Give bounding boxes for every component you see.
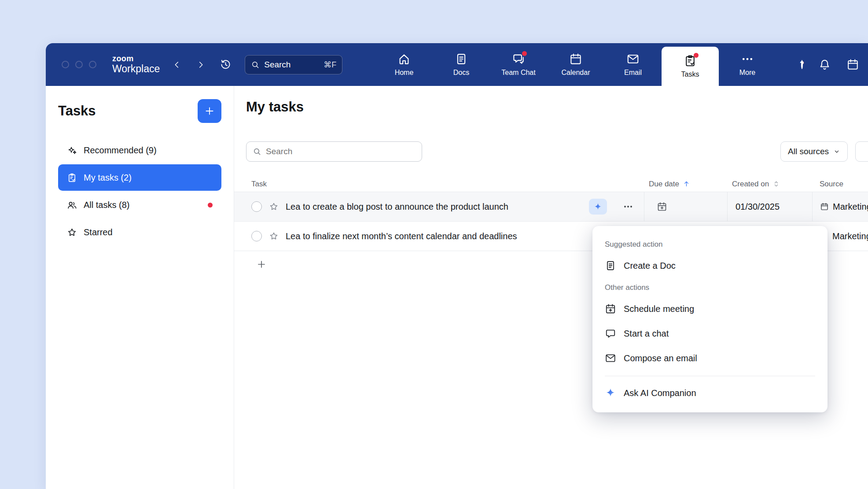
- column-header-source: Source: [812, 180, 868, 189]
- nav-label: Home: [395, 69, 414, 77]
- more-filters-button-partial[interactable]: [855, 141, 868, 162]
- sidebar-title: Tasks: [58, 103, 96, 119]
- primary-navigation: Home Docs Team Chat Calendar: [375, 43, 776, 86]
- menu-item-label: Schedule meeting: [624, 304, 694, 314]
- menu-item-compose-email[interactable]: Compose an email: [605, 346, 815, 370]
- menu-item-label: Start a chat: [624, 329, 669, 339]
- menu-item-label: Ask AI Companion: [624, 388, 696, 398]
- bell-icon: [818, 58, 831, 71]
- global-search-label: Search: [264, 60, 291, 70]
- column-header-label: Created on: [732, 180, 769, 189]
- calendar-panel-button[interactable]: [846, 58, 859, 71]
- history-clock-icon[interactable]: [220, 59, 232, 70]
- sidebar-item-all-tasks[interactable]: All tasks (8): [58, 192, 221, 218]
- menu-item-schedule-meeting[interactable]: Schedule meeting: [605, 296, 815, 321]
- window-minimize-button[interactable]: [75, 61, 83, 68]
- topbar: zoom Workplace Search ⌘F: [46, 43, 868, 86]
- sort-ascending-icon: [683, 180, 690, 188]
- doc-icon: [605, 260, 616, 271]
- sidebar-item-my-tasks[interactable]: My tasks (2): [58, 164, 221, 191]
- column-header-task: Task: [234, 180, 644, 189]
- sources-filter-label: All sources: [788, 147, 829, 156]
- sources-filter-dropdown[interactable]: All sources: [780, 141, 848, 162]
- sidebar-item-label: Recommended (9): [84, 145, 157, 156]
- task-row[interactable]: Lea to create a blog post to announce th…: [234, 192, 868, 222]
- sparkles-icon: [67, 145, 77, 156]
- tasks-badge: [694, 53, 699, 58]
- forward-chevron-icon[interactable]: [196, 60, 206, 70]
- search-icon: [253, 147, 261, 156]
- star-icon[interactable]: [269, 231, 279, 241]
- menu-item-create-doc[interactable]: Create a Doc: [605, 253, 815, 278]
- logo-workplace-text: Workplace: [112, 63, 160, 74]
- team-chat-icon: [512, 52, 525, 66]
- menu-section-suggested: Suggested action: [605, 239, 815, 250]
- nav-item-home[interactable]: Home: [375, 43, 433, 86]
- sidebar-item-recommended[interactable]: Recommended (9): [58, 137, 221, 163]
- topbar-right-actions: [801, 43, 868, 86]
- ai-companion-actions-button[interactable]: [589, 199, 607, 215]
- window-maximize-button[interactable]: [89, 61, 96, 68]
- help-button[interactable]: [801, 61, 803, 69]
- nav-label: More: [739, 69, 755, 77]
- search-icon: [251, 60, 260, 69]
- global-search-button[interactable]: Search ⌘F: [245, 55, 342, 74]
- logo-zoom-text: zoom: [112, 55, 160, 63]
- menu-item-ask-ai-companion[interactable]: Ask AI Companion: [605, 381, 815, 405]
- menu-item-start-chat[interactable]: Start a chat: [605, 321, 815, 346]
- chat-bubble-icon: [605, 328, 616, 339]
- star-icon[interactable]: [269, 202, 279, 211]
- nav-item-more[interactable]: More: [719, 43, 776, 86]
- nav-item-email[interactable]: Email: [604, 43, 662, 86]
- task-complete-checkbox[interactable]: [251, 201, 262, 212]
- task-more-actions-button[interactable]: [623, 201, 633, 212]
- nav-label: Email: [624, 69, 642, 77]
- nav-label: Team Chat: [501, 69, 535, 77]
- sort-both-icon: [772, 180, 780, 188]
- nav-label: Calendar: [562, 69, 590, 77]
- menu-item-label: Create a Doc: [624, 261, 676, 271]
- zoom-workplace-logo: zoom Workplace: [112, 55, 160, 74]
- menu-item-label: Compose an email: [624, 353, 697, 363]
- tasks-sidebar: Tasks Recommended (9) My tasks (2): [46, 86, 234, 489]
- nav-item-team-chat[interactable]: Team Chat: [490, 43, 547, 86]
- search-shortcut-hint: ⌘F: [324, 60, 336, 70]
- history-navigation: [172, 59, 232, 70]
- menu-section-other: Other actions: [605, 282, 815, 293]
- nav-item-tasks[interactable]: Tasks: [662, 47, 719, 86]
- chevron-down-icon: [833, 148, 840, 155]
- window-close-button[interactable]: [62, 61, 69, 68]
- notifications-button[interactable]: [818, 58, 831, 71]
- sidebar-item-starred[interactable]: Starred: [58, 219, 221, 245]
- new-task-button[interactable]: [198, 99, 221, 123]
- calendar-panel-icon: [846, 58, 859, 71]
- nav-item-calendar[interactable]: Calendar: [547, 43, 604, 86]
- plus-icon: [204, 105, 215, 117]
- people-icon: [67, 200, 77, 210]
- home-icon: [397, 52, 411, 66]
- more-ellipsis-icon: [741, 52, 754, 66]
- column-header-created-on[interactable]: Created on: [727, 180, 812, 189]
- window-controls: [62, 61, 96, 68]
- nav-item-docs[interactable]: Docs: [433, 43, 490, 86]
- task-complete-checkbox[interactable]: [251, 231, 262, 241]
- column-header-due-date[interactable]: Due date: [644, 180, 727, 189]
- envelope-icon: [605, 352, 616, 364]
- star-icon: [67, 227, 77, 237]
- calendar-plus-icon: [605, 303, 616, 315]
- all-tasks-notification-dot: [208, 203, 213, 207]
- task-title: Lea to create a blog post to announce th…: [286, 202, 508, 212]
- created-on-date: 01/30/2025: [728, 202, 780, 212]
- task-search-box: [246, 141, 422, 162]
- source-name: Marketing: [832, 231, 868, 241]
- sidebar-item-label: Starred: [84, 227, 113, 237]
- email-icon: [626, 52, 640, 66]
- help-icon: [801, 60, 803, 69]
- back-chevron-icon[interactable]: [172, 60, 182, 70]
- task-search-input[interactable]: [266, 147, 416, 156]
- tasks-icon: [684, 54, 697, 67]
- calendar-plus-icon: [657, 201, 667, 212]
- ai-sparkle-icon: [593, 202, 603, 211]
- menu-divider: [605, 376, 815, 376]
- add-due-date-button[interactable]: [657, 201, 667, 212]
